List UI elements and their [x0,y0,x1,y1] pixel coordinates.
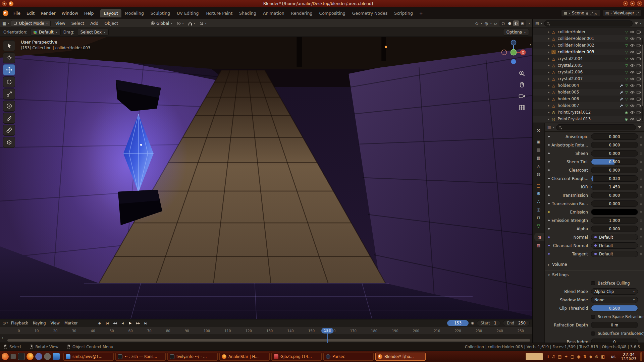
hide-eye-icon[interactable] [630,77,635,81]
taskbar-task[interactable]: GjbZa.png (14... [271,353,322,361]
auto-keying-icon[interactable] [471,321,474,325]
clipboard-icon[interactable]: ▤ [558,354,561,359]
hide-eye-icon[interactable] [630,64,635,67]
zoom-icon[interactable] [518,70,526,78]
menu-item[interactable]: Render [38,10,59,17]
disable-render-camera-icon[interactable] [637,37,641,41]
drag-dropdown[interactable]: Select Box [77,29,109,36]
expand-arrow-icon[interactable] [548,57,550,60]
decorator-dot[interactable] [640,161,642,163]
timeline-menu-item[interactable]: View [48,320,62,326]
jump-to-end-icon[interactable] [143,320,149,326]
value-slider[interactable]: 1.450 [591,184,638,190]
menu-item[interactable]: Help [81,10,97,17]
viewport-menu-item[interactable]: Select [68,20,88,27]
outliner-row[interactable]: colliderHolder [533,28,644,35]
workspace-tab[interactable]: Scripting [391,9,416,17]
add-cube-tool[interactable] [3,137,15,148]
outliner-row[interactable]: colliderHolder.003 [533,49,644,55]
keyboard-layout[interactable]: us [609,354,617,359]
workspace-tab[interactable]: UV Editing [173,9,202,17]
screenshot-icon[interactable]: ✦ [565,354,568,359]
refraction-depth-field[interactable]: 0 m [591,322,638,328]
volume-icon[interactable]: ◉ [577,354,580,359]
tab-modifiers[interactable]: ⚙ [533,189,544,197]
prev-keyframe-icon[interactable] [112,320,118,326]
disable-render-camera-icon[interactable] [637,97,641,101]
app-launcher-icon[interactable] [2,353,9,360]
disable-render-camera-icon[interactable] [637,104,641,108]
xray-toggle-icon[interactable]: ▱ [494,21,497,26]
value-slider[interactable]: 0.000 [591,150,638,157]
properties-search-input[interactable] [556,124,636,130]
workspace-tab[interactable]: Shading [236,9,260,17]
expand-arrow-icon[interactable] [548,97,550,101]
tab-world[interactable]: ◍ [533,170,544,178]
filter-icon[interactable] [635,22,638,24]
workspace-tab[interactable]: Compositing [316,9,348,17]
value-slider[interactable]: 0.000 [591,142,638,148]
value-slider[interactable]: 0.000 [591,192,638,198]
outliner-row[interactable]: holder.007 [533,102,644,109]
disable-render-camera-icon[interactable] [637,117,641,121]
updates-icon[interactable]: ⊕ [595,354,598,359]
pass-index-field[interactable]: 0 [591,339,638,343]
hide-eye-icon[interactable] [630,70,635,74]
options-dropdown[interactable]: Options [503,29,529,36]
object-name[interactable]: holder.007 [558,103,579,108]
decorator-dot[interactable] [640,153,642,155]
timeline-menu-item[interactable]: Marker [62,320,80,326]
transform-tool[interactable] [3,101,15,112]
timeline-menu-item[interactable]: Keying [31,320,48,326]
virtual-desktop-icon[interactable] [10,354,16,359]
decorator-dot[interactable] [640,144,642,146]
orientation-dropdown[interactable]: Default [30,29,61,36]
tab-output[interactable]: ▤ [533,146,544,154]
sidebar-toggle-icon[interactable] [530,42,531,47]
pan-hand-icon[interactable] [518,81,526,89]
filter-icon[interactable] [638,126,641,128]
annotate-tool[interactable] [3,113,15,124]
cursor-tool[interactable] [3,52,15,63]
vector-input[interactable]: Default [591,234,638,240]
hide-eye-icon[interactable] [630,104,635,108]
tab-tool[interactable]: ⚒ [533,126,544,134]
value-slider[interactable]: 0.030 [591,175,638,182]
select-box-tool[interactable] [3,40,15,51]
decorator-dot[interactable] [640,203,642,205]
viewport-menu-item[interactable]: View [52,20,68,27]
viewlayer-name[interactable]: ViewLayer [613,11,634,15]
decorator-dot[interactable] [640,169,642,171]
taskbar-task[interactable]: ~ : zsh — Kons... [115,353,166,361]
tab-view-layer[interactable]: ▦ [533,154,544,162]
object-name[interactable]: colliderHolder.002 [558,43,594,48]
pivot-point-selector[interactable] [176,20,185,27]
scene-name[interactable]: Scene [572,11,584,15]
value-slider[interactable]: 1.000 [591,217,638,224]
hide-eye-icon[interactable] [630,30,635,34]
hide-eye-icon[interactable] [630,117,635,121]
frame-end-field[interactable]: End 250 [503,320,530,326]
outliner-row[interactable]: holder.005 [533,89,644,96]
disable-render-camera-icon[interactable] [637,64,641,67]
gizmo-x-label[interactable]: X [522,51,524,54]
next-keyframe-icon[interactable] [135,320,141,326]
disable-render-camera-icon[interactable] [637,111,641,114]
rotate-tool[interactable] [3,76,15,87]
outliner-row[interactable]: crystal2.004 [533,55,644,62]
emission-color-swatch[interactable] [591,209,638,215]
timeline-menu-item[interactable]: Playback [9,320,31,326]
expand-arrow-icon[interactable] [548,30,550,34]
new-viewlayer-icon[interactable] [636,12,639,14]
jump-to-start-icon[interactable] [104,320,110,326]
subsurface-translucency-checkbox[interactable]: Subsurface Translucency [591,331,644,336]
settings-section-header[interactable]: Settings [545,270,644,279]
expand-arrow-icon[interactable] [548,77,550,80]
volume-section-header[interactable]: Volume [545,260,644,268]
expand-arrow-icon[interactable] [548,70,550,74]
color-swatch-widget[interactable] [526,353,543,360]
camera-view-icon[interactable] [518,93,526,101]
show-gizmo-icon[interactable]: ◇ [475,21,478,26]
menu-item[interactable]: Window [59,10,81,17]
decorator-dot[interactable] [640,228,642,230]
